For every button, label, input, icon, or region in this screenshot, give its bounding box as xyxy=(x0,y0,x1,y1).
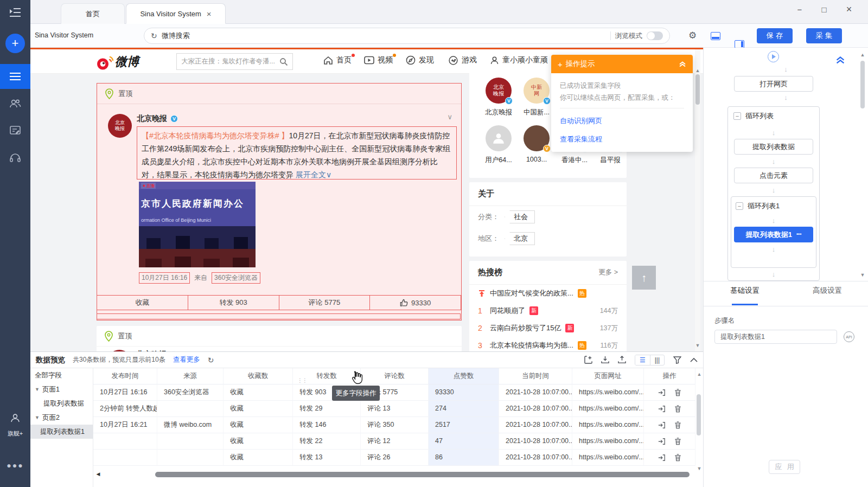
table-cell[interactable]: 转发 29 xyxy=(293,401,361,417)
weibo-nav-video[interactable]: 视频 xyxy=(364,55,393,65)
window-maximize-button[interactable]: □ xyxy=(813,0,835,18)
weibo-search-box[interactable]: 大家正在搜：鬼吹灯作者夸潘... xyxy=(176,53,293,70)
api-icon[interactable]: API xyxy=(844,331,854,342)
post-time-selected[interactable]: 10月27日 16:16 xyxy=(139,272,190,284)
workflow-scrollbar-thumb[interactable] xyxy=(860,61,865,108)
scroll-down-icon[interactable]: ▼ xyxy=(695,343,700,348)
run-workflow-icon[interactable] xyxy=(768,51,779,62)
delete-row-icon[interactable] xyxy=(674,405,681,413)
back-to-top-button[interactable]: ↑ xyxy=(632,266,656,290)
user-item[interactable]: 用户64... xyxy=(481,125,516,165)
table-cell[interactable]: 2021-10-28 10:07:00.... xyxy=(499,450,572,466)
scroll-up-icon[interactable]: ▲ xyxy=(697,371,702,377)
table-cell[interactable] xyxy=(157,433,224,450)
window-minimize-button[interactable]: − xyxy=(789,0,810,18)
hot-search-item[interactable]: 3 北京本轮疫情病毒均为德... 热 116万 xyxy=(469,337,627,351)
open-row-icon[interactable] xyxy=(658,438,666,445)
weibo-logo[interactable]: 微博 xyxy=(97,54,139,70)
refresh-icon[interactable]: ↻ xyxy=(151,31,157,40)
user-item[interactable]: 中新网V 中国新... xyxy=(519,78,554,117)
table-cell[interactable]: 360安全浏览器 xyxy=(157,385,224,401)
workflow-loop-group[interactable]: − 循环列表 ↓ 提取列表数据 ↓ 点击元素 ↓ − 循环列表1 ↓ 提取列表数… xyxy=(727,106,820,281)
url-text[interactable]: 微博搜索 xyxy=(162,31,190,41)
table-cell[interactable]: 收藏 xyxy=(224,433,293,450)
new-task-button[interactable]: + xyxy=(5,34,25,53)
tab-basic-settings[interactable]: 基础设置 xyxy=(704,286,786,302)
tree-page2[interactable]: ▼页面2 xyxy=(30,411,93,425)
delete-row-icon[interactable] xyxy=(674,389,681,396)
table-cell[interactable]: 93330 xyxy=(429,385,499,401)
hot-search-item[interactable]: 1 同花顺崩了 新 144万 xyxy=(469,302,627,319)
open-row-icon[interactable] xyxy=(658,454,666,462)
view-toggle[interactable]: ☰ ||| xyxy=(635,355,665,366)
table-cell[interactable]: 2517 xyxy=(429,417,499,433)
workflow-loop1-group[interactable]: − 循环列表1 ↓ 提取列表数据1 ••• ↓ xyxy=(731,196,816,268)
sidebar-item-team[interactable] xyxy=(0,91,30,116)
drag-handle-icon[interactable]: ⋮⋮ xyxy=(297,373,307,385)
post-hashtag[interactable]: 【#北京本轮疫情病毒均为德尔塔变异株# 】 xyxy=(142,131,289,140)
window-close-button[interactable]: × xyxy=(838,0,860,18)
weibo-nav-user[interactable]: 童小顽小童顽 xyxy=(490,55,548,65)
tree-all-fields[interactable]: 全部字段 xyxy=(30,368,93,382)
table-cell[interactable] xyxy=(157,401,224,417)
table-cell[interactable]: 评论 350 xyxy=(361,417,429,433)
column-header[interactable]: 评论数 xyxy=(361,368,429,385)
bottom-panel-toggle-icon[interactable] xyxy=(711,32,720,40)
right-panel-toggle-icon[interactable] xyxy=(735,40,744,48)
table-cell[interactable]: https://s.weibo.com/... xyxy=(572,433,644,450)
post-menu-chevron-icon[interactable]: ∨ xyxy=(447,113,452,121)
collapse-group-icon[interactable]: − xyxy=(736,202,743,210)
table-cell[interactable]: 2021-10-28 10:07:00.... xyxy=(499,385,572,401)
add-field-icon[interactable] xyxy=(584,356,592,364)
table-cell[interactable]: 2分钟前 转赞人数超... xyxy=(93,401,157,417)
weibo-nav-discover[interactable]: 发现 xyxy=(406,55,434,65)
table-cell[interactable]: 转发 13 xyxy=(293,450,361,466)
apply-button[interactable]: 应 用 xyxy=(769,460,800,474)
tree-extract-list1-selected[interactable]: 提取列表数据1 xyxy=(30,425,93,439)
weibo-post-card-2[interactable]: 置顶 北京晚报 V xyxy=(97,326,462,351)
delete-row-icon[interactable] xyxy=(674,421,681,429)
collapse-group-icon[interactable]: − xyxy=(733,112,741,120)
view-flow-link[interactable]: 查看采集流程 xyxy=(560,133,684,145)
tab-advanced-settings[interactable]: 高级设置 xyxy=(786,286,868,302)
scroll-left-icon[interactable]: ◀ xyxy=(95,471,101,477)
tree-extract-list[interactable]: 提取列表数据 xyxy=(30,396,93,411)
table-cell[interactable]: https://s.weibo.com/... xyxy=(572,417,644,433)
auto-detect-link[interactable]: 自动识别网页 xyxy=(560,115,684,127)
repost-button[interactable]: 转发 903 xyxy=(188,295,279,310)
table-cell[interactable] xyxy=(157,450,224,466)
hot-search-item[interactable]: 2 云南白药炒股亏了15亿 新 137万 xyxy=(469,319,627,337)
user-item[interactable]: V 1003... xyxy=(519,125,554,163)
table-cell[interactable]: 10月27日 16:16 xyxy=(93,385,157,401)
table-h-scrollbar-thumb[interactable] xyxy=(155,472,690,477)
like-button[interactable]: 93330 xyxy=(369,295,461,310)
export-icon[interactable] xyxy=(618,356,626,364)
table-cell[interactable]: 收藏 xyxy=(224,450,293,466)
browse-mode-toggle[interactable] xyxy=(647,31,663,40)
category-tag[interactable]: 社会 xyxy=(505,210,535,223)
more-menu-icon[interactable]: ●●● xyxy=(0,461,30,470)
tab-close-icon[interactable]: × xyxy=(207,9,212,18)
column-header[interactable]: 收藏数 xyxy=(224,368,293,385)
column-header[interactable]: 发布时间 xyxy=(93,368,157,385)
open-row-icon[interactable] xyxy=(658,405,666,413)
settings-gear-icon[interactable]: ⚙ xyxy=(688,30,697,41)
table-cell[interactable]: https://s.weibo.com/... xyxy=(572,401,644,417)
tab-home[interactable]: 首页 xyxy=(61,3,125,24)
step-name-input[interactable]: 提取列表数据1 xyxy=(714,330,837,344)
scroll-down-icon[interactable]: ▼ xyxy=(860,272,865,278)
collapse-panel-icon[interactable] xyxy=(690,357,698,362)
table-cell[interactable]: https://s.weibo.com/... xyxy=(572,385,644,401)
table-cell[interactable]: 274 xyxy=(429,401,499,417)
post-text-selected[interactable]: 【#北京本轮疫情病毒均为德尔塔变异株# 】10月27日，在北京市新型冠状病毒肺炎… xyxy=(137,126,457,180)
table-cell[interactable]: 收藏 xyxy=(224,401,293,417)
vip-label[interactable]: 旗舰+ xyxy=(0,430,30,438)
workflow-step-click-element[interactable]: 点击元素 xyxy=(734,168,813,183)
collapse-panel-icon[interactable] xyxy=(835,55,845,64)
sidebar-item-templates[interactable] xyxy=(0,118,30,143)
column-header[interactable]: 来源 xyxy=(157,368,224,385)
table-cell[interactable]: 2021-10-28 10:07:00.... xyxy=(499,401,572,417)
row-view-icon[interactable]: ☰ xyxy=(635,355,650,365)
hot-search-item[interactable]: 中国应对气候变化的政策... 热 xyxy=(469,285,627,302)
filter-icon[interactable] xyxy=(673,356,681,364)
